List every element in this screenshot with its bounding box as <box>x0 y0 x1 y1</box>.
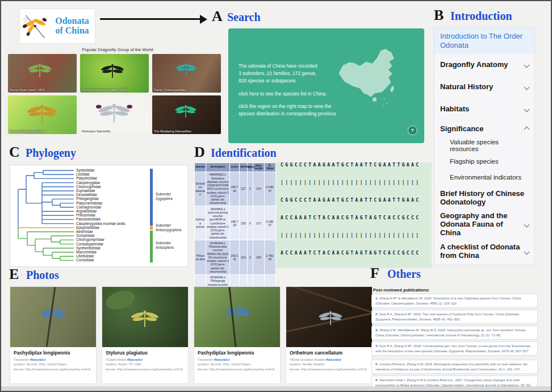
publication-text: Zhang H M, Hämäläinen M, Wang W Z, 2018.… <box>375 328 526 337</box>
panel-letter-e: E <box>9 266 19 283</box>
inaturalist-link[interactable]: iNaturalist <box>127 358 142 361</box>
arrow-to-search <box>100 18 201 20</box>
menu-item-checklist[interactable]: A checklist of Odonata from China <box>434 239 534 265</box>
svg-text:Philosinidae: Philosinidae <box>76 213 95 217</box>
map-hint-line: click the region on the right map to vie… <box>239 103 336 110</box>
panel-title-phylogeny: Phylogeny <box>26 147 76 160</box>
dragonfly-logo-icon <box>20 11 49 41</box>
popular-tile-metalwing[interactable]: The Metalwing Damselflies <box>152 95 221 134</box>
figure-root: Odonata of China A Search Popular Dragon… <box>0 0 552 392</box>
alignment-query-line: CGGCCCTAAGAATGCTAATTCGAATTGAAC <box>276 162 432 180</box>
publication-number: 1: <box>375 297 378 300</box>
menu-subitem-flagship-species[interactable]: Flagship species <box>434 153 534 169</box>
photo-license: license: http://creativecommons.org/lice… <box>106 367 185 372</box>
svg-text:Lestidae: Lestidae <box>76 172 90 176</box>
map-hint-line: species distribution in corresponding pr… <box>239 110 336 118</box>
tile-caption: Helicopter Damselfly <box>82 130 110 133</box>
chevron-up-icon <box>524 126 530 132</box>
site-logo[interactable]: Odonata of China <box>20 9 95 43</box>
chevron-down-icon <box>524 249 530 255</box>
search-text-block: The odonata of China have recorded 3 sub… <box>239 62 336 118</box>
svg-text:Anisozygoptera: Anisozygoptera <box>156 228 182 232</box>
photo-credit: ©sueandvr <box>198 358 213 361</box>
photo-license: license: http://creativecommons.org/lice… <box>14 367 93 372</box>
chevron-down-icon <box>524 62 530 68</box>
stat-line: 820 species or subspeceis. <box>239 77 336 85</box>
species-name: Orthetrum cancellatum <box>290 350 369 356</box>
menu-item-brief-history[interactable]: Brief History of Chinese Odonatology <box>434 185 534 211</box>
menu-subitem-environmental-indicators[interactable]: Environmental indicators <box>434 169 534 185</box>
photo-caption: Pachydiplax longipennis ©sueandvr iNatur… <box>194 347 280 372</box>
publication-item[interactable]: 3:Zhang H M, Hämäläinen M, Wang W Z, 201… <box>371 326 538 340</box>
taxa-labels: Synlestidae Lestidae Platystictidae Calo… <box>76 168 125 262</box>
publication-text: Dow R A, Zhang H M*, 2020. Two new speci… <box>375 312 520 321</box>
anisozygoptera-bar <box>150 226 153 230</box>
table-row: Philosina alba KF369494.1 Philosina alba… <box>195 240 276 274</box>
logo-line1: Odonata <box>49 16 95 26</box>
menu-item-natural-history[interactable]: Natural History <box>434 76 534 98</box>
popular-tile-chlorogomphidae[interactable]: Family Chlorogomphidae <box>8 95 77 134</box>
photo-caption: Pachydiplax longipennis ©sueandvr iNatur… <box>10 347 96 372</box>
photo-image <box>194 287 280 347</box>
panel-letter-c: C <box>9 144 20 161</box>
tile-caption: Family Chlorocyphidae <box>154 88 186 91</box>
stat-line: 3 suborders, 22 families, 172 genus, <box>239 70 336 77</box>
svg-text:Suborder: Suborder <box>156 192 172 196</box>
inaturalist-link[interactable]: iNaturalist <box>30 358 45 361</box>
bottom-strip <box>1 386 551 391</box>
panel-title-others: Others <box>387 268 421 281</box>
publication-number: 5: <box>375 362 378 366</box>
panel-title-search: Search <box>227 11 261 24</box>
search-panel: The odonata of China have recorded 3 sub… <box>228 28 424 143</box>
publication-number: 6: <box>375 378 378 382</box>
photo-location: location: Sevilla, España <box>290 362 369 366</box>
species-list-link[interactable]: click here to see the species list in Ch… <box>239 90 336 98</box>
photo-card[interactable]: Orthetrum cancellatum ©Rosa González Alc… <box>286 286 373 384</box>
tile-caption: Genus Rhyothemis Hagen, 1861 <box>82 88 127 91</box>
svg-text:Pseudolestidae: Pseudolestidae <box>76 217 101 221</box>
publication-item[interactable]: 4:Dow R A, Zhang H M*, 2018. Yunnanostic… <box>371 341 538 356</box>
table-row: Ischnura aurora JF839832.1 Ischnura auro… <box>195 206 276 240</box>
popular-tile-rhyothemis[interactable]: Genus Rhyothemis Hagen, 1861 <box>80 54 149 93</box>
panel-letter-b: B <box>434 7 444 24</box>
table-header-row: species description score identity gaps … <box>195 163 276 172</box>
inaturalist-link[interactable]: iNaturalist <box>214 358 229 361</box>
photo-caption: Orthetrum cancellatum ©Rosa González Alc… <box>286 347 372 372</box>
menu-item-introduction-odonata[interactable]: Introduction to The Order Odonata <box>434 28 534 54</box>
svg-text:Corduliidae: Corduliidae <box>76 258 94 262</box>
svg-text:Suborder: Suborder <box>156 223 172 227</box>
svg-text:Zygoptera: Zygoptera <box>156 197 173 201</box>
panel-letter-f: F <box>370 265 379 282</box>
photo-image <box>102 287 188 347</box>
publication-item[interactable]: 5:Cordero-Rivera A, Zhang H M, 2018. Eth… <box>371 360 538 374</box>
photo-credit: ©sueandvr <box>14 358 29 361</box>
photo-card[interactable]: Pachydiplax longipennis ©sueandvr iNatur… <box>194 286 281 384</box>
photo-card[interactable]: Stylurus plagiatus ©Caleb Helsel iNatura… <box>102 286 189 384</box>
site-logo-text: Odonata of China <box>49 16 95 36</box>
menu-subitem-valuable-species[interactable]: Valuable species resources <box>434 137 534 153</box>
photo-card[interactable]: Pachydiplax longipennis ©sueandvr iNatur… <box>10 286 97 384</box>
china-map[interactable] <box>336 44 421 111</box>
publication-text: Cordero-Rivera A, Zhang H M, 2018. Ethol… <box>375 362 528 371</box>
svg-text:Suborder: Suborder <box>156 241 172 245</box>
stat-line: The odonata of China have recorded <box>239 62 336 70</box>
map-tool-button[interactable]: T <box>408 126 417 135</box>
popular-tile-anax[interactable]: Genus Anax Leach, 1815 <box>8 54 77 93</box>
alignment-match-line: |||||||||||||||||||||||||||||| <box>276 233 432 251</box>
popular-tile-chlorocyphidae[interactable]: Family Chlorocyphidae <box>152 54 221 93</box>
publication-item[interactable]: 1:Zhang H M* & Hämäläinen M, 2020. Descr… <box>371 294 538 308</box>
photo-location: location: Summit, Ohio, United States <box>198 362 277 366</box>
popular-tile-helicopter[interactable]: Helicopter Damselfly <box>80 95 149 134</box>
menu-item-geography[interactable]: Geography and the Odonata Fauna of China <box>434 211 534 239</box>
table-row: Sieboldius albardae MN840923.1 Sieboldiu… <box>195 172 276 206</box>
menu-item-habitats[interactable]: Habitats <box>434 98 534 120</box>
tile-caption: Family Chlorogomphidae <box>10 130 44 133</box>
svg-text:Anisoptera: Anisoptera <box>156 245 174 250</box>
menu-item-dragonfly-anatomy[interactable]: Dragonfly Anatomy <box>434 54 534 76</box>
menu-item-significance[interactable]: Significance <box>434 120 534 137</box>
inaturalist-link[interactable]: iNaturalist <box>326 358 341 361</box>
publication-item[interactable]: 2:Dow R A, Zhang H M*, 2020. Two new spe… <box>371 310 538 324</box>
tile-caption: The Metalwing Damselflies <box>154 130 191 133</box>
panel-title-identification: Identification <box>211 147 277 160</box>
popular-heading: Popular Dragonfly Group of the World <box>52 47 183 52</box>
